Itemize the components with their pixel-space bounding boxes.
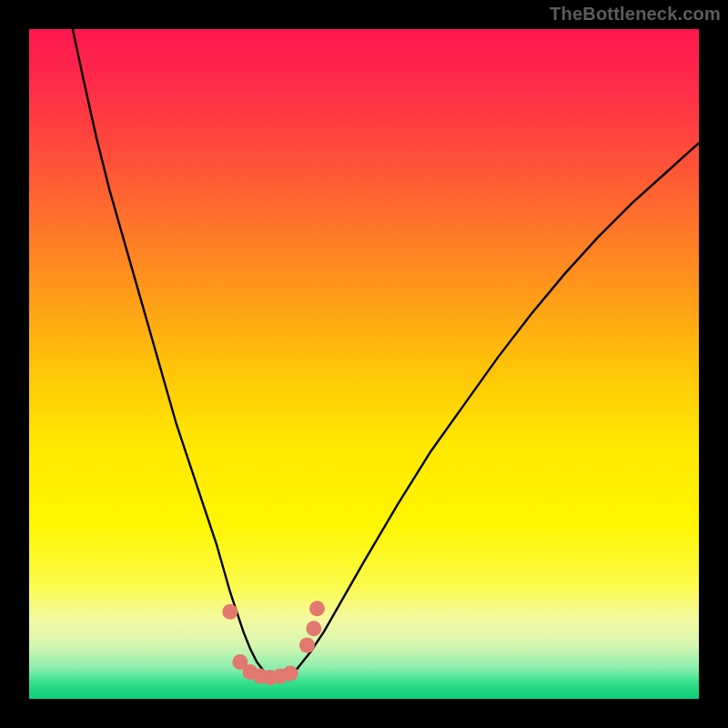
chart-svg <box>29 29 699 699</box>
marker-dot <box>283 666 298 682</box>
gradient-bg <box>29 29 699 699</box>
watermark-text: TheBottleneck.com <box>550 4 721 25</box>
marker-dot <box>299 638 315 653</box>
chart-frame: TheBottleneck.com <box>0 0 728 728</box>
plot-area <box>29 29 699 699</box>
marker-dot <box>306 621 321 636</box>
marker-dot <box>309 601 325 616</box>
marker-dot <box>222 604 238 620</box>
